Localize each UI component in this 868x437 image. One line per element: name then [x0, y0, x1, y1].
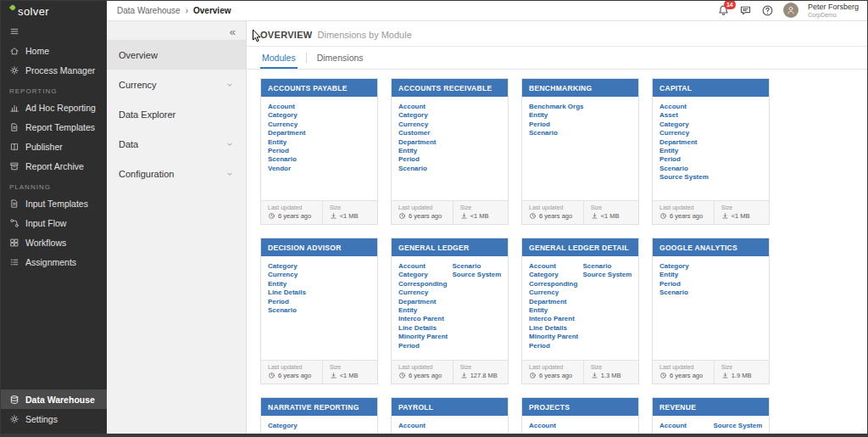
- dimension-link-account[interactable]: Account: [659, 422, 709, 430]
- dimension-link-entity[interactable]: Entity: [398, 147, 501, 155]
- dimension-link-currency[interactable]: Currency: [398, 120, 501, 129]
- dimension-link-department[interactable]: Department: [659, 138, 762, 147]
- dimension-link-customer[interactable]: Customer: [398, 129, 501, 137]
- dimension-link-currency[interactable]: Currency: [398, 289, 448, 297]
- dimension-link-line-details[interactable]: Line Details: [529, 324, 578, 333]
- dimension-link-entity[interactable]: Entity: [529, 306, 578, 315]
- dimension-link-period[interactable]: Period: [398, 342, 448, 350]
- dimension-link-entity[interactable]: Entity: [268, 138, 370, 147]
- sidebar-item-report-templates[interactable]: Report Templates: [1, 117, 107, 137]
- help-button[interactable]: [761, 4, 774, 17]
- module-card-title[interactable]: GENERAL LEDGER DETAIL: [522, 238, 638, 256]
- subnav-item-overview[interactable]: Overview: [107, 40, 246, 70]
- dimension-link-category[interactable]: Category: [268, 262, 370, 271]
- dimension-link-period[interactable]: Period: [268, 147, 370, 155]
- tab-modules[interactable]: Modules: [260, 47, 298, 69]
- dimension-link-asset[interactable]: Asset: [659, 111, 762, 120]
- breadcrumb-parent[interactable]: Data Warehouse: [117, 6, 181, 15]
- dimension-link-period[interactable]: Period: [659, 280, 762, 289]
- dimension-link-benchmark-orgs[interactable]: Benchmark Orgs: [529, 103, 632, 111]
- dimension-link-entity[interactable]: Entity: [398, 306, 448, 315]
- dimension-link-source-system[interactable]: Source System: [583, 271, 632, 279]
- tab-dimensions[interactable]: Dimensions: [315, 47, 365, 69]
- user-avatar[interactable]: [783, 3, 798, 18]
- dimension-link-entity[interactable]: Entity: [659, 147, 762, 155]
- sidebar-item-menu[interactable]: [1, 21, 107, 41]
- sidebar-item-ad-hoc-reporting[interactable]: Ad Hoc Reporting: [1, 98, 107, 117]
- dimension-link-scenario[interactable]: Scenario: [583, 262, 632, 271]
- dimension-link-account[interactable]: Account: [529, 422, 632, 430]
- dimension-link-minority-parent[interactable]: Minority Parent: [398, 333, 448, 341]
- user-menu[interactable]: Peter Forsberg CorpDemo: [808, 3, 859, 18]
- dimension-link-period[interactable]: Period: [529, 120, 632, 129]
- dimension-link-category[interactable]: Category: [398, 271, 448, 279]
- dimension-link-department[interactable]: Department: [398, 138, 501, 147]
- module-card-title[interactable]: PAYROLL: [392, 398, 508, 416]
- dimension-link-category[interactable]: Category: [268, 422, 370, 430]
- feedback-button[interactable]: [739, 4, 752, 17]
- dimension-link-account[interactable]: Account: [398, 422, 501, 430]
- sidebar-item-input-templates[interactable]: Input Templates: [1, 193, 107, 213]
- module-card-title[interactable]: GENERAL LEDGER: [392, 238, 508, 256]
- dimension-link-category[interactable]: Category: [659, 120, 762, 129]
- dimension-link-account[interactable]: Account: [398, 103, 501, 111]
- sidebar-item-settings[interactable]: Settings: [1, 409, 107, 429]
- dimension-link-currency[interactable]: Currency: [268, 271, 370, 279]
- dimension-link-category[interactable]: Category: [268, 111, 370, 120]
- sidebar-item-publisher[interactable]: Publisher: [1, 137, 107, 156]
- dimension-link-period[interactable]: Period: [659, 155, 762, 164]
- module-card-title[interactable]: REVENUE: [653, 398, 769, 416]
- dimension-link-department[interactable]: Department: [268, 129, 370, 137]
- dimension-link-source-system[interactable]: Source System: [659, 173, 762, 182]
- dimension-link-department[interactable]: Department: [529, 298, 578, 306]
- module-card-title[interactable]: ACCOUNTS PAYABLE: [261, 79, 377, 97]
- subnav-item-currency[interactable]: Currency: [107, 70, 246, 99]
- dimension-link-currency[interactable]: Currency: [529, 289, 578, 297]
- dimension-link-account[interactable]: Account: [659, 103, 762, 111]
- sidebar-item-assignments[interactable]: Assignments: [1, 252, 107, 272]
- module-card-title[interactable]: GOOGLE ANALYTICS: [653, 238, 769, 256]
- subnav-item-data[interactable]: Data: [107, 129, 246, 159]
- dimension-link-interco-parent[interactable]: Interco Parent: [398, 315, 448, 323]
- dimension-link-account[interactable]: Account: [398, 262, 448, 271]
- dimension-link-entity[interactable]: Entity: [529, 111, 632, 120]
- dimension-link-scenario[interactable]: Scenario: [268, 155, 370, 164]
- dimension-link-scenario[interactable]: Scenario: [268, 306, 370, 315]
- dimension-link-period[interactable]: Period: [268, 298, 370, 306]
- module-card-title[interactable]: DECISION ADVISOR: [261, 238, 377, 256]
- module-card-title[interactable]: NARRATIVE REPORTING: [261, 398, 377, 416]
- dimension-link-corresponding[interactable]: Corresponding ...: [398, 280, 448, 289]
- module-card-title[interactable]: PROJECTS: [522, 398, 638, 416]
- module-card-title[interactable]: BENCHMARKING: [522, 79, 638, 97]
- dimension-link-category[interactable]: Category: [659, 262, 762, 271]
- dimension-link-account[interactable]: Account: [529, 262, 578, 271]
- dimension-link-scenario[interactable]: Scenario: [659, 165, 762, 173]
- subnav-item-configuration[interactable]: Configuration: [107, 159, 246, 188]
- sidebar-item-home[interactable]: Home: [1, 41, 107, 60]
- dimension-link-vendor[interactable]: Vendor: [268, 165, 370, 173]
- sidebar-item-data-warehouse[interactable]: Data Warehouse: [1, 389, 107, 409]
- dimension-link-currency[interactable]: Currency: [268, 120, 370, 129]
- dimension-link-source-system[interactable]: Source System: [453, 271, 502, 279]
- dimension-link-scenario[interactable]: Scenario: [453, 262, 502, 271]
- module-grid-scroll-area[interactable]: ACCOUNTS PAYABLEAccountCategoryCurrencyD…: [247, 70, 867, 434]
- dimension-link-line-details[interactable]: Line Details: [268, 289, 370, 297]
- sidebar-item-input-flow[interactable]: Input Flow: [1, 213, 107, 233]
- dimension-link-scenario[interactable]: Scenario: [659, 289, 762, 297]
- sidebar-item-report-archive[interactable]: Report Archive: [1, 156, 107, 176]
- dimension-link-corresponding[interactable]: Corresponding ...: [529, 280, 578, 289]
- dimension-link-scenario[interactable]: Scenario: [529, 129, 632, 137]
- dimension-link-period[interactable]: Period: [529, 342, 578, 350]
- dimension-link-minority-parent[interactable]: Minority Parent: [529, 333, 578, 341]
- dimension-link-category[interactable]: Category: [398, 111, 501, 120]
- dimension-link-line-details[interactable]: Line Details: [398, 324, 448, 333]
- dimension-link-currency[interactable]: Currency: [659, 129, 762, 137]
- dimension-link-interco-parent[interactable]: Interco Parent: [529, 315, 578, 323]
- collapse-subnav-button[interactable]: «: [107, 21, 246, 40]
- module-card-title[interactable]: ACCOUNTS RECEIVABLE: [392, 79, 508, 97]
- dimension-link-scenario[interactable]: Scenario: [398, 165, 501, 173]
- sidebar-item-workflows[interactable]: Workflows: [1, 233, 107, 252]
- module-card-title[interactable]: CAPITAL: [653, 79, 769, 97]
- dimension-link-entity[interactable]: Entity: [268, 280, 370, 289]
- subnav-item-data-explorer[interactable]: Data Explorer: [107, 99, 246, 129]
